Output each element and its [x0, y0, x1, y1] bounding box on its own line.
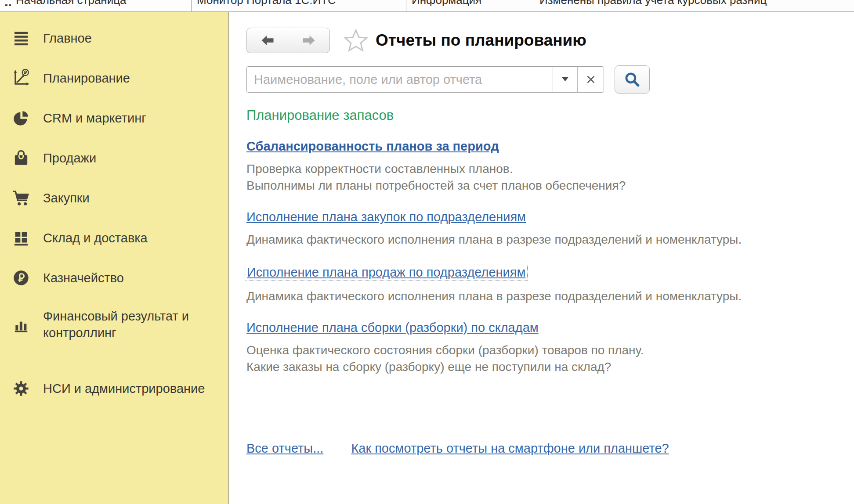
report-description: Проверка корректности составленных плано…: [246, 161, 854, 194]
pie-chart-icon: [9, 109, 33, 127]
report-description-line: Выполнимы ли планы потребностей за счет …: [246, 177, 854, 194]
search-dropdown-button[interactable]: [553, 67, 577, 92]
search-clear-button[interactable]: [577, 67, 604, 92]
tab-exchange-rate-rules[interactable]: Изменены правила учета курсовых разниц: [534, 0, 854, 12]
search-button[interactable]: [615, 65, 650, 94]
sidebar-item-label: Финансовый результат и контроллинг: [43, 308, 221, 341]
report-link-sales-plan-execution[interactable]: Исполнение плана продаж по подразделения…: [245, 264, 528, 281]
search-icon: [624, 71, 640, 88]
sidebar-item-warehouse-delivery[interactable]: Склад и доставка: [0, 218, 228, 258]
sidebar-item-crm-marketing[interactable]: CRM и маркетинг: [0, 98, 228, 138]
report-description-line: Динамика фактического исполнения плана в…: [246, 231, 854, 248]
report-link-assembly-plan-execution[interactable]: Исполнение плана сборки (разборки) по ск…: [246, 320, 539, 335]
shopping-cart-icon: [9, 189, 33, 207]
smartphone-help-link[interactable]: Как посмотреть отчеты на смартфоне или п…: [351, 441, 669, 456]
footer-links-row: Все отчеты... Как посмотреть отчеты на с…: [246, 441, 854, 456]
report-item: Исполнение плана сборки (разборки) по ск…: [246, 320, 854, 375]
sidebar-item-sales[interactable]: Продажи: [0, 138, 228, 178]
section-header-inventory-planning: Планирование запасов: [246, 108, 854, 123]
sidebar-item-purchasing[interactable]: Закупки: [0, 178, 228, 218]
back-button[interactable]: [246, 28, 288, 53]
report-description-line: Динамика фактического исполнения плана в…: [246, 288, 854, 305]
sidebar-item-nsi-administration[interactable]: НСИ и администрирование: [0, 362, 228, 415]
back-arrow-icon: [260, 34, 275, 47]
section-sidebar: Главное Планирование: [0, 12, 229, 504]
forward-arrow-icon: [301, 34, 317, 47]
shopping-bag-icon: [9, 149, 33, 167]
report-link-plan-balance[interactable]: Сбалансированность планов за период: [246, 139, 499, 154]
menu-icon: [9, 29, 33, 47]
sidebar-item-financial-result[interactable]: Финансовый результат и контроллинг: [0, 298, 228, 351]
sidebar-item-label: Главное: [43, 30, 92, 47]
home-icon: [5, 2, 11, 10]
gear-icon: [9, 380, 33, 397]
window-tab-bar: Начальная страница Монитор Портала 1С:ИТ…: [0, 0, 854, 12]
favorite-star-button[interactable]: [343, 28, 369, 53]
chevron-down-icon: [562, 77, 568, 82]
tab-label: Информация: [412, 0, 481, 6]
sidebar-item-main[interactable]: Главное: [0, 18, 228, 58]
report-description-line: Какие заказы на сборку (разборку) еще не…: [246, 359, 854, 375]
sidebar-item-treasury[interactable]: Казначейство: [0, 258, 228, 298]
bar-chart-icon: [9, 316, 33, 333]
navigation-row: Отчеты по планированию: [246, 28, 854, 53]
main-content: Отчеты по планированию Планирование: [229, 12, 854, 504]
sidebar-item-planning[interactable]: Планирование: [0, 58, 228, 98]
warehouse-icon: [9, 229, 33, 247]
forward-button[interactable]: [288, 28, 330, 53]
tab-label: Изменены правила учета курсовых разниц: [539, 0, 767, 6]
planning-chart-icon: [9, 69, 33, 87]
report-link-purchase-plan-execution[interactable]: Исполнение плана закупок по подразделени…: [246, 210, 526, 224]
sidebar-item-label: Казначейство: [43, 270, 124, 286]
report-item: Исполнение плана продаж по подразделения…: [246, 264, 854, 305]
report-description-line: Проверка корректности составленных плано…: [246, 161, 854, 177]
tab-information[interactable]: Информация: [406, 0, 534, 12]
sidebar-item-label: Склад и доставка: [43, 230, 148, 246]
report-description: Динамика фактического исполнения плана в…: [246, 288, 854, 305]
search-row: [246, 65, 854, 94]
sidebar-item-label: Планирование: [43, 70, 130, 86]
tab-label: Монитор Портала 1С:ИТС: [197, 0, 336, 6]
tab-its-portal-monitor[interactable]: Монитор Портала 1С:ИТС: [192, 0, 406, 12]
report-item: Сбалансированность планов за период Пров…: [246, 139, 854, 194]
report-item: Исполнение плана закупок по подразделени…: [246, 210, 854, 248]
tab-home-page[interactable]: Начальная страница: [0, 0, 192, 12]
sidebar-item-label: Закупки: [43, 190, 90, 206]
all-reports-link[interactable]: Все отчеты...: [246, 441, 323, 456]
sidebar-item-label: НСИ и администрирование: [43, 380, 205, 397]
search-field-group: [246, 66, 604, 93]
report-description: Динамика фактического исполнения плана в…: [246, 231, 854, 248]
report-description: Оценка фактического состояния сборки (ра…: [246, 342, 854, 375]
sidebar-item-label: CRM и маркетинг: [43, 110, 146, 126]
tab-label: Начальная страница: [16, 0, 127, 6]
ruble-coin-icon: [9, 269, 33, 287]
page-title: Отчеты по планированию: [376, 31, 586, 50]
history-nav-group: [246, 28, 330, 53]
report-description-line: Оценка фактического состояния сборки (ра…: [246, 342, 854, 359]
close-icon: [587, 76, 595, 83]
search-input[interactable]: [247, 67, 553, 92]
star-icon: [344, 29, 368, 52]
sidebar-item-label: Продажи: [43, 150, 96, 166]
